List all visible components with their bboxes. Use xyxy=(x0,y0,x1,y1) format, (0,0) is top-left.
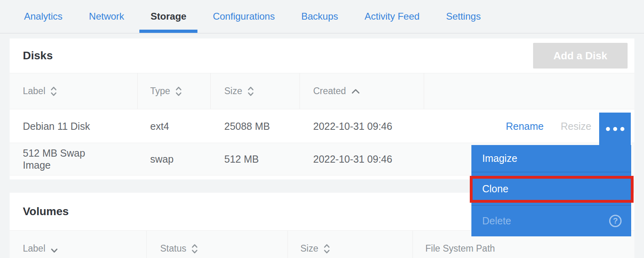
disks-section-header: Disks Add a Disk xyxy=(10,38,634,73)
tab-backups[interactable]: Backups xyxy=(301,0,338,33)
sort-both-icon xyxy=(324,244,330,254)
disks-sort-created[interactable]: Created xyxy=(313,73,360,109)
ellipsis-icon xyxy=(606,127,624,131)
menu-item-label: Delete xyxy=(482,215,511,227)
disk-label-cell: 512 MB Swap Image xyxy=(23,147,99,171)
help-icon[interactable]: ? xyxy=(609,215,622,227)
column-header-label: Type xyxy=(150,86,170,97)
disk-created-cell: 2022-10-31 09:46 xyxy=(313,120,392,132)
tab-settings[interactable]: Settings xyxy=(446,0,481,33)
column-header-label: Label xyxy=(23,243,45,254)
disks-title: Disks xyxy=(23,49,53,62)
volumes-sort-status[interactable]: Status xyxy=(160,231,198,258)
disk-actions-menu-button[interactable] xyxy=(599,113,631,145)
disk-size-cell: 512 MB xyxy=(224,153,259,165)
sort-asc-icon xyxy=(351,89,360,94)
disk-type-cell: ext4 xyxy=(150,120,169,132)
menu-item-delete[interactable]: Delete ? xyxy=(471,205,631,236)
menu-item-imagize[interactable]: Imagize xyxy=(471,145,631,172)
disk-actions-menu: Imagize Clone Delete ? xyxy=(471,145,631,236)
resize-button[interactable]: Resize xyxy=(561,120,591,132)
sort-both-icon xyxy=(248,86,254,97)
sort-both-icon xyxy=(50,86,57,97)
column-divider xyxy=(424,73,424,109)
disks-table-header-row: Label Type Size Created xyxy=(10,73,634,109)
column-header-label: Status xyxy=(160,243,186,254)
disk-created-cell: 2022-10-31 09:46 xyxy=(313,153,392,165)
column-header-label: Size xyxy=(224,86,242,97)
column-divider xyxy=(413,231,413,258)
tab-storage[interactable]: Storage xyxy=(151,0,186,33)
volumes-sort-size[interactable]: Size xyxy=(300,231,330,258)
table-row: Debian 11 Disk ext4 25088 MB 2022-10-31 … xyxy=(10,109,634,143)
disk-label-cell: Debian 11 Disk xyxy=(23,120,90,132)
tab-activity-feed[interactable]: Activity Feed xyxy=(364,0,419,33)
volumes-title: Volumes xyxy=(23,205,69,218)
column-divider xyxy=(300,73,300,109)
column-header-label: Size xyxy=(300,243,318,254)
column-divider xyxy=(288,231,288,258)
column-header-label: Label xyxy=(23,86,45,97)
menu-item-clone[interactable]: Clone xyxy=(471,172,631,205)
disks-sort-type[interactable]: Type xyxy=(150,73,182,109)
column-header-label: Created xyxy=(313,86,346,97)
tab-configurations[interactable]: Configurations xyxy=(213,0,275,33)
menu-item-label: Clone xyxy=(482,183,508,195)
tab-analytics[interactable]: Analytics xyxy=(24,0,62,33)
menu-item-label: Imagize xyxy=(482,153,517,164)
sort-both-icon xyxy=(191,244,198,254)
volumes-sort-label[interactable]: Label xyxy=(23,231,58,258)
add-a-disk-button[interactable]: Add a Disk xyxy=(533,43,628,69)
column-divider xyxy=(146,231,147,258)
disks-sort-label[interactable]: Label xyxy=(23,73,57,109)
tab-bar: Analytics Network Storage Configurations… xyxy=(0,0,644,34)
rename-button[interactable]: Rename xyxy=(506,120,544,132)
tab-network[interactable]: Network xyxy=(89,0,124,33)
column-divider xyxy=(210,73,211,109)
column-divider xyxy=(137,73,138,109)
column-header-label: File System Path xyxy=(425,243,495,254)
disk-size-cell: 25088 MB xyxy=(224,120,270,132)
sort-both-icon xyxy=(175,86,182,97)
sort-desc-icon xyxy=(50,248,58,253)
disk-type-cell: swap xyxy=(150,153,173,165)
disks-sort-size[interactable]: Size xyxy=(224,73,254,109)
